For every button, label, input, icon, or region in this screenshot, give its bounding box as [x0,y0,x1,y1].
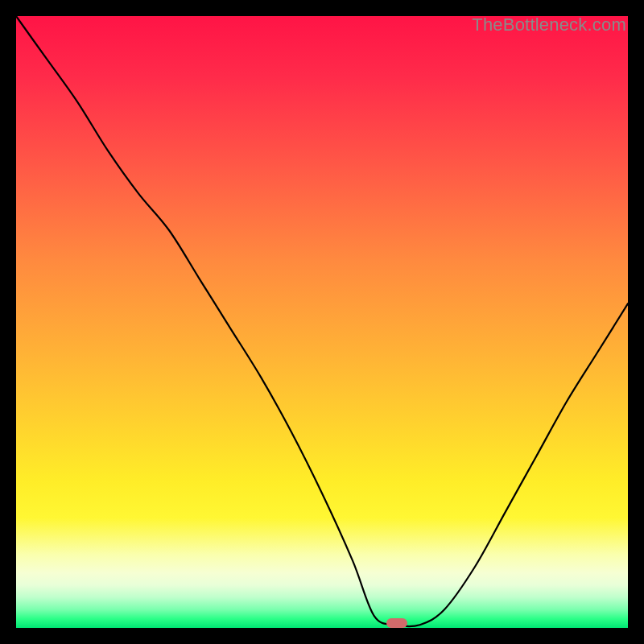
watermark-label: TheBottleneck.com [472,14,626,35]
optimal-point-marker [386,618,407,628]
chart-frame: TheBottleneck.com [0,0,644,644]
bottleneck-curve [16,16,628,628]
plot-area: TheBottleneck.com [16,16,628,628]
